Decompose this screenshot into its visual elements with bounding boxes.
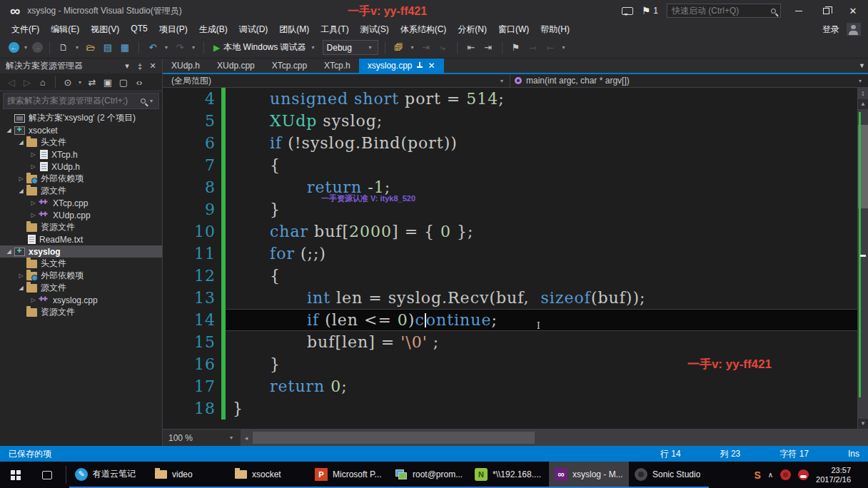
restore-button[interactable]	[817, 3, 835, 19]
sync-with-active-document-button[interactable]: ⇄	[85, 75, 99, 89]
se-back-button[interactable]: ◁	[4, 75, 19, 89]
tree-item-xsyslog[interactable]: ◢xsyslog	[0, 245, 162, 258]
taskbar-clock[interactable]: 23:57 2017/2/16	[816, 466, 851, 484]
tab-xsyslog.cpp[interactable]: xsyslog.cpp✕	[359, 59, 444, 73]
pin-panel-icon[interactable]: ‡	[133, 62, 146, 71]
menu-item-4[interactable]: 项目(P)	[153, 21, 193, 38]
view-code-button[interactable]: ‹›	[132, 75, 146, 89]
menu-item-13[interactable]: 帮助(H)	[535, 21, 575, 38]
undo-dropdown[interactable]: ▾	[163, 44, 170, 51]
code-line-7[interactable]: 7{	[163, 154, 857, 176]
expander-collapsed-icon[interactable]: ▷	[29, 200, 38, 206]
window-position-dropdown-icon[interactable]: ▾	[121, 61, 133, 71]
code-line-9[interactable]: 9}	[163, 198, 857, 220]
expander-collapsed-icon[interactable]: ▷	[29, 212, 38, 218]
tree-item-ReadMe.txt[interactable]: ReadMe.txt	[0, 233, 162, 245]
code-line-10[interactable]: 10char buf[2000] = { 0 };	[163, 220, 857, 243]
navigate-back-button[interactable]: ←	[9, 42, 19, 53]
scrollbar-thumb[interactable]	[253, 432, 535, 444]
tray-expand-icon[interactable]: ∧	[768, 471, 773, 479]
navigate-forward-button[interactable]: →	[32, 42, 43, 53]
expander-collapsed-icon[interactable]: ▷	[16, 176, 26, 182]
new-file-button[interactable]: 🗋	[56, 41, 71, 55]
tray-app-icon[interactable]: S	[754, 469, 760, 481]
start-button[interactable]	[0, 462, 31, 488]
close-panel-icon[interactable]: ✕	[146, 61, 159, 71]
expander-expanded-icon[interactable]: ◢	[4, 248, 14, 255]
scroll-up-icon[interactable]: ▲	[858, 99, 868, 109]
vertical-scrollbar[interactable]: ↕ ▲ ▼	[857, 88, 868, 429]
minimize-button[interactable]	[789, 3, 808, 19]
quick-launch-input[interactable]: 快速启动 (Ctrl+Q)	[667, 4, 781, 18]
start-debug-button[interactable]: ▶ 本地 Windows 调试器 ▾	[211, 41, 320, 54]
tree-item-源文件[interactable]: ◢源文件	[0, 185, 162, 197]
new-file-dropdown[interactable]: ▾	[74, 44, 81, 51]
menu-item-5[interactable]: 生成(B)	[193, 21, 233, 38]
close-tab-icon[interactable]: ✕	[428, 61, 435, 71]
switch-views-dropdown[interactable]: ▾	[76, 79, 84, 86]
configuration-dropdown[interactable]: Debug ▾	[323, 40, 378, 55]
find-in-files-button[interactable]: 🗊	[392, 41, 406, 55]
redo-dropdown[interactable]: ▾	[190, 44, 197, 51]
find-dropdown[interactable]: ▾	[409, 44, 416, 51]
code-line-13[interactable]: 13int len = syslog.Recv(buf, sizeof(buf)…	[163, 287, 857, 309]
notification-flag-icon[interactable]: ⚑	[642, 5, 651, 16]
code-line-18[interactable]: 18}	[163, 397, 857, 420]
tree-item-XUdp.cpp[interactable]: ▷XUdp.cpp	[0, 209, 162, 221]
next-bookmark-button[interactable]: ⤚	[543, 41, 557, 55]
tree-item-XTcp.h[interactable]: ▷XTcp.h	[0, 148, 162, 161]
expander-collapsed-icon[interactable]: ▷	[29, 163, 38, 170]
menu-item-3[interactable]: QT5	[125, 21, 153, 38]
code-line-4[interactable]: 4unsigned short port = 514;	[163, 88, 857, 110]
tree-item-xsyslog.cpp[interactable]: ▷xsyslog.cpp	[0, 294, 162, 306]
scroll-down-icon[interactable]: ▼	[858, 419, 868, 429]
horizontal-scrollbar[interactable]: ◂	[241, 429, 868, 446]
step-into-button[interactable]: ⤷	[436, 41, 450, 55]
menu-item-12[interactable]: 窗口(W)	[493, 21, 535, 38]
tree-item-头文件[interactable]: 头文件	[0, 258, 162, 270]
tree-item-外部依赖项[interactable]: ▷外部依赖项	[0, 270, 162, 282]
scroll-left-icon[interactable]: ◂	[241, 434, 251, 442]
code-line-17[interactable]: 17return 0;	[163, 375, 857, 397]
open-file-button[interactable]: 🗁	[84, 41, 98, 55]
tree-item-头文件[interactable]: ◢头文件	[0, 136, 162, 148]
tree-item-资源文件[interactable]: 资源文件	[0, 306, 162, 318]
expander-expanded-icon[interactable]: ◢	[16, 139, 26, 146]
code-line-8[interactable]: 8return -1;	[163, 176, 857, 198]
search-dropdown[interactable]: ▾	[148, 98, 155, 104]
step-over-button[interactable]: ⇥	[419, 41, 433, 55]
task-view-button[interactable]	[31, 462, 63, 488]
solution-explorer-search-input[interactable]: 搜索解决方案资源管理器(Ctrl+;) ▾	[3, 93, 159, 109]
tree-item-XTcp.cpp[interactable]: ▷XTcp.cpp	[0, 197, 162, 209]
switch-views-button[interactable]: ⊙	[61, 75, 75, 89]
code-editor[interactable]: 一手资源认准 V: ityk8_520 一手v: yy-ff421 I 4uns…	[163, 88, 857, 429]
taskbar-app-youdao[interactable]: ✎有道云笔记	[69, 462, 149, 488]
tab-XUdp.cpp[interactable]: XUdp.cpp	[208, 59, 263, 73]
expander-collapsed-icon[interactable]: ▷	[16, 273, 26, 279]
code-line-6[interactable]: 6if (!syslog.Bind(port))	[163, 132, 857, 154]
tree-item-外部依赖项[interactable]: ▷外部依赖项	[0, 173, 162, 185]
menu-item-2[interactable]: 视图(V)	[85, 21, 125, 38]
tree-item-XUdp.h[interactable]: ▷XUdp.h	[0, 161, 162, 173]
code-line-12[interactable]: 12{	[163, 265, 857, 287]
expander-expanded-icon[interactable]: ◢	[16, 188, 26, 194]
tree-item-源文件[interactable]: ◢源文件	[0, 282, 162, 294]
taskbar-app-remote[interactable]: root@prom...	[389, 462, 469, 488]
code-line-14[interactable]: 14if (len <= 0)continue;	[163, 309, 857, 331]
taskbar-app-folder[interactable]: xsocket	[229, 462, 309, 488]
close-button[interactable]: ✕	[844, 3, 862, 19]
tree-item-解决方案'xsyslog' (2 个项目)[interactable]: 解决方案'xsyslog' (2 个项目)	[0, 112, 162, 124]
indent-increase-button[interactable]: ⇥	[481, 41, 495, 55]
expander-collapsed-icon[interactable]: ▷	[29, 297, 38, 303]
tree-item-xsocket[interactable]: ◢xsocket	[0, 124, 162, 136]
se-forward-button[interactable]: ▷	[20, 75, 34, 89]
collapse-all-button[interactable]: ▣	[101, 75, 115, 89]
user-avatar-icon[interactable]	[847, 23, 861, 36]
code-line-5[interactable]: 5XUdp syslog;	[163, 110, 857, 132]
taskbar-app-folder[interactable]: video	[149, 462, 229, 488]
tab-XUdp.h[interactable]: XUdp.h	[163, 59, 208, 73]
tree-item-资源文件[interactable]: 资源文件	[0, 221, 162, 233]
tray-status-icon[interactable]	[780, 469, 791, 480]
tab-XTcp.h[interactable]: XTcp.h	[316, 59, 359, 73]
undo-button[interactable]: ↶	[146, 41, 160, 55]
